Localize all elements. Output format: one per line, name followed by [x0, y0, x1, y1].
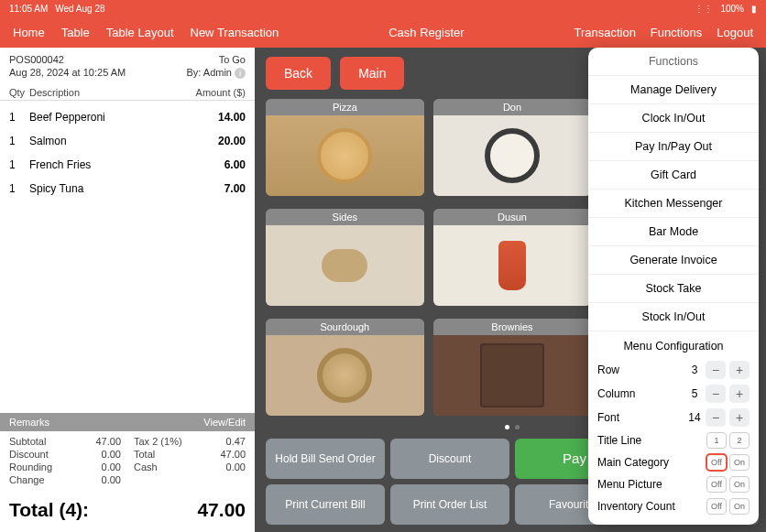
main category-off[interactable]: Off	[706, 454, 727, 471]
item-qty: 1	[9, 182, 29, 195]
tile-label: Sourdough	[266, 319, 424, 335]
pos-id: POS000042	[9, 54, 64, 65]
dot-1[interactable]	[505, 425, 509, 429]
category-tile-sourdough[interactable]: Sourdough	[266, 319, 424, 416]
item-name: Beef Pepperoni	[29, 111, 181, 124]
status-time: 11:05 AM	[9, 4, 48, 14]
tile-label: Don	[433, 99, 592, 115]
dropdown-item--tock take[interactable]: Stock Take	[588, 275, 759, 303]
item-price: 14.00	[181, 111, 246, 124]
menu-config-title: Menu Configuration	[597, 336, 750, 358]
tile-image	[433, 335, 592, 416]
status-bar: 11:05 AM Wed Aug 28 ⋮⋮ 100% ▮	[0, 0, 766, 16]
config-row-row: Row3 − +	[597, 358, 750, 382]
tile-label: Dusun	[433, 209, 592, 225]
tile-label: Pizza	[266, 99, 424, 115]
item-price: 20.00	[181, 135, 246, 147]
menu picture-on[interactable]: On	[729, 476, 750, 493]
dropdown-item--tock in-out[interactable]: Stock In/Out	[588, 303, 759, 331]
battery-text: 100%	[720, 4, 744, 14]
config-font-row: Font14 − +	[597, 406, 750, 429]
title-line-2[interactable]: 2	[729, 432, 750, 449]
category-tile-don[interactable]: Don	[433, 99, 592, 196]
column-decrement[interactable]: −	[706, 385, 726, 403]
receipt-panel: POS000042 To Go Aug 28, 2024 at 10:25 AM…	[0, 48, 255, 532]
item-name: Salmon	[29, 135, 181, 147]
menu picture-off[interactable]: Off	[706, 476, 727, 493]
font-decrement[interactable]: −	[706, 408, 726, 427]
print-bill-button[interactable]: Print Current Bill	[266, 484, 385, 525]
remarks-label: Remarks	[9, 417, 49, 428]
nav-new-transaction[interactable]: New Transaction	[191, 26, 279, 39]
nav-home[interactable]: Home	[13, 26, 45, 39]
status-date: Wed Aug 28	[55, 4, 104, 14]
config-main category-row: Main Category Off On	[597, 451, 750, 473]
row-increment[interactable]: +	[729, 361, 750, 379]
category-tile-brownies[interactable]: Brownies	[433, 319, 592, 416]
category-tile-pizza[interactable]: Pizza	[266, 99, 424, 196]
item-price: 7.00	[181, 182, 246, 195]
title-line-row: Title Line 1 2	[597, 429, 750, 451]
totals-row: Discount0.00Total47.00	[9, 449, 246, 460]
receipt-columns: Qty Description Amount ($)	[0, 85, 255, 101]
nav-transaction[interactable]: Transaction	[574, 26, 635, 39]
main category-on[interactable]: On	[729, 454, 750, 471]
tile-image	[433, 225, 592, 306]
receipt-datetime: Aug 28, 2024 at 10:25 AM	[9, 67, 126, 79]
tile-image	[266, 225, 424, 306]
tile-image	[433, 115, 592, 196]
hold-bill-button[interactable]: Hold Bill Send Order	[266, 439, 385, 479]
item-name: French Fries	[29, 158, 181, 171]
dropdown-item-clock in-out[interactable]: Clock In/Out	[588, 104, 759, 133]
info-icon[interactable]: i	[235, 68, 246, 79]
dropdown-item-gift card[interactable]: Gift Card	[588, 161, 759, 190]
config-inventory count-row: Inventory Count Off On	[597, 495, 750, 517]
item-qty: 1	[9, 135, 29, 147]
inventory count-on[interactable]: On	[729, 498, 750, 515]
title-line-1[interactable]: 1	[706, 432, 727, 449]
nav-bar: Home Table Table Layout New Transaction …	[0, 16, 766, 48]
row-decrement[interactable]: −	[706, 361, 726, 379]
totals-row: Subtotal47.00Tax 2 (1%)0.47	[9, 436, 246, 447]
nav-table-layout[interactable]: Table Layout	[106, 26, 174, 39]
print-list-button[interactable]: Print Order List	[390, 484, 509, 525]
battery-icon: ▮	[751, 4, 757, 14]
tile-label: Brownies	[433, 319, 592, 335]
config-column-row: Column5 − +	[597, 382, 750, 406]
tile-image	[266, 115, 424, 196]
receipt-item[interactable]: 1 Spicy Tuna 7.00	[9, 177, 246, 201]
column-increment[interactable]: +	[729, 385, 750, 403]
dropdown-item-generate invoice[interactable]: Generate Invoice	[588, 246, 759, 275]
dropdown-header: Functions	[588, 48, 759, 76]
functions-dropdown: Functions Manage DeliveryClock In/OutPay…	[588, 48, 759, 525]
receipt-item[interactable]: 1 French Fries 6.00	[9, 153, 246, 177]
item-price: 6.00	[181, 158, 246, 171]
dropdown-item-pay in-pay out[interactable]: Pay In/Pay Out	[588, 133, 759, 161]
main-button[interactable]: Main	[340, 57, 404, 90]
tile-image	[266, 335, 424, 416]
config-menu picture-row: Menu Picture Off On	[597, 473, 750, 495]
receipt-item[interactable]: 1 Beef Pepperoni 14.00	[9, 105, 246, 129]
receipt-item[interactable]: 1 Salmon 20.00	[9, 129, 246, 153]
grand-total: Total (4): 47.00	[0, 492, 255, 532]
totals-row: Rounding0.00Cash0.00	[9, 461, 246, 472]
back-button[interactable]: Back	[266, 57, 331, 90]
dot-2[interactable]	[515, 425, 520, 429]
order-type: To Go	[219, 54, 246, 65]
receipt-by: By: Admini	[186, 67, 246, 79]
inventory count-off[interactable]: Off	[706, 498, 727, 515]
category-tile-dusun[interactable]: Dusun	[433, 209, 592, 306]
view-edit[interactable]: View/Edit	[203, 417, 246, 428]
dropdown-item-manage delivery[interactable]: Manage Delivery	[588, 76, 759, 104]
dropdown-item-bar mode[interactable]: Bar Mode	[588, 218, 759, 246]
discount-button[interactable]: Discount	[390, 439, 509, 479]
nav-table[interactable]: Table	[61, 26, 90, 39]
category-tile-sides[interactable]: Sides	[266, 209, 424, 306]
nav-logout[interactable]: Logout	[717, 26, 753, 39]
page-title: Cash Register	[279, 26, 574, 39]
dropdown-item-kitchen me-enger[interactable]: Kitchen Messenger	[588, 190, 759, 218]
item-qty: 1	[9, 158, 29, 171]
nav-functions[interactable]: Functions	[651, 26, 702, 39]
remarks-bar[interactable]: Remarks View/Edit	[0, 413, 255, 431]
font-increment[interactable]: +	[729, 408, 750, 427]
